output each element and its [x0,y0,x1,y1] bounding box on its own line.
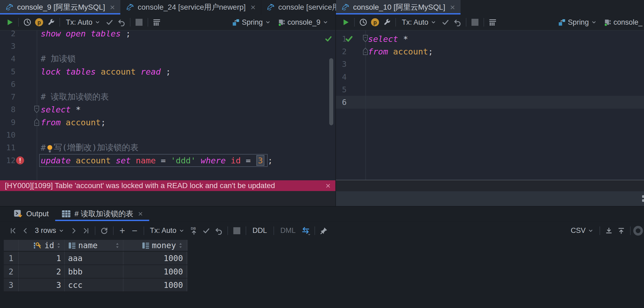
cell-id[interactable]: 3 [18,278,64,291]
tx-mode-dropdown[interactable]: Tx: Auto [150,226,185,235]
statement-fold-icon[interactable] [34,118,40,128]
close-icon[interactable]: × [325,181,331,191]
code-line-2[interactable]: 2show open tables ; [0,31,335,40]
commit-icon[interactable] [200,225,212,237]
page-size-dropdown[interactable]: 3 rows [35,226,64,235]
tab-console-9[interactable]: console_9 [阿里云MySQL] × [0,0,121,14]
in-editor-results-icon[interactable] [151,16,163,28]
add-row-icon[interactable]: + [116,225,129,237]
import-data-icon[interactable] [615,225,627,237]
cell-id[interactable]: 1 [18,252,64,265]
code-line-4[interactable]: 4 [336,71,644,83]
row-number[interactable]: 3 [4,278,18,291]
jdbc-driver-icon[interactable]: p [33,16,45,28]
cell-name[interactable]: bbb [64,265,123,278]
tab-result-grid[interactable]: # 读取加读锁的表 × [55,207,149,221]
session-dropdown[interactable]: console_ [603,18,642,27]
tab-console-10[interactable]: console_10 [阿里云MySQL] × [336,0,461,14]
commit-icon[interactable] [104,16,115,28]
code-line-1[interactable]: 1select * [336,32,644,45]
stop-icon[interactable] [231,225,243,237]
export-format-dropdown[interactable]: CSV [571,226,594,235]
cut-circle-icon[interactable] [633,226,643,236]
code-line-11[interactable]: 11#写(增删改)加读锁的表 [0,141,335,154]
cell-money[interactable]: 1000 [123,265,187,278]
code-line-6[interactable]: 6 [0,78,335,90]
cell-name[interactable]: aaa [64,252,123,265]
settings-wrench-icon[interactable] [45,16,57,28]
tab-output[interactable]: Output [7,207,55,221]
schema-dropdown[interactable]: Spring [232,18,271,27]
submit-db-icon[interactable]: DB [188,225,200,237]
commit-icon[interactable] [440,16,451,28]
cell-id[interactable]: 2 [18,265,64,278]
close-icon[interactable]: × [450,3,455,12]
code-line-4[interactable]: 4# 加读锁 [0,53,335,65]
dml-button[interactable]: DML [277,226,299,235]
stop-icon[interactable] [469,16,481,28]
statement-fold-icon[interactable] [34,105,40,115]
right-sql-editor[interactable]: 1select *2from account;3456 [336,31,644,180]
execution-history-icon[interactable] [357,16,369,28]
results-tab-bar: Output # 读取加读锁的表 × [0,207,644,221]
settings-wrench-icon[interactable] [381,16,393,28]
cell-money[interactable]: 1000 [123,252,187,265]
tx-mode-dropdown[interactable]: Tx: Auto [402,18,436,27]
first-page-icon[interactable] [7,225,19,237]
ddl-button[interactable]: DDL [249,226,271,235]
jdbc-driver-icon[interactable]: p [369,16,381,28]
export-data-icon[interactable] [603,225,615,237]
run-icon[interactable] [4,16,16,28]
run-icon[interactable] [340,16,351,28]
code-line-3[interactable]: 3 [336,58,644,71]
last-page-icon[interactable] [80,225,92,237]
statement-fold-icon[interactable] [362,35,368,45]
column-header-name[interactable]: name [64,240,123,251]
code-line-7[interactable]: 7# 读取加读锁的表 [0,90,335,103]
left-sql-editor[interactable]: 2show open tables ;34# 加读锁5lock tables a… [0,31,335,180]
close-icon[interactable]: × [250,3,256,12]
tx-mode-dropdown[interactable]: Tx: Auto [66,18,100,27]
code-line-3[interactable]: 3 [0,40,335,52]
inspections-ok-icon[interactable] [325,35,332,42]
column-header-money[interactable]: money [123,240,187,251]
code-line-12[interactable]: 12!update account set name = 'ddd' where… [0,154,335,167]
band-more-icon[interactable] [641,195,644,203]
delete-row-icon[interactable]: − [129,225,141,237]
code-line-2[interactable]: 2from account; [336,45,644,58]
rollback-icon[interactable] [115,16,127,28]
close-icon[interactable]: × [110,3,115,12]
statement-fold-icon[interactable] [362,47,368,57]
column-header-id[interactable]: id [18,240,64,251]
code-line-9[interactable]: 9from account; [0,116,335,129]
code-line-5[interactable]: 5lock tables account read ; [0,65,335,78]
schema-dropdown[interactable]: Spring [558,18,597,27]
scrollbar-thumb[interactable] [329,58,333,125]
in-editor-results-icon[interactable] [487,16,499,28]
previous-page-icon[interactable] [19,225,32,237]
rollback-icon[interactable] [451,16,463,28]
cell-money[interactable]: 1000 [123,278,187,291]
row-number[interactable]: 1 [4,252,18,265]
session-dropdown[interactable]: console_9 [277,18,328,27]
execution-history-icon[interactable] [21,16,33,28]
row-number[interactable]: 2 [4,265,18,278]
code-line-8[interactable]: 8select * [0,103,335,116]
sort-icon[interactable] [56,242,61,249]
code-line-5[interactable]: 5 [336,83,644,96]
stop-icon[interactable] [133,16,145,28]
sort-icon[interactable] [115,242,120,249]
toolbar-separator [59,18,60,27]
pin-tab-icon[interactable] [318,225,330,237]
lightbulb-icon[interactable] [46,144,53,153]
code-line-10[interactable]: 10 [0,129,335,141]
tab-console-24[interactable]: console_24 [service用户newerp] × [121,0,261,14]
cell-name[interactable]: ccc [64,278,123,291]
code-line-6[interactable]: 6 [336,96,644,108]
next-page-icon[interactable] [68,225,80,237]
compare-icon[interactable] [299,225,312,237]
sort-icon[interactable] [178,242,183,249]
rollback-icon[interactable] [212,225,225,237]
reload-icon[interactable] [98,225,110,237]
close-icon[interactable]: × [138,209,143,218]
